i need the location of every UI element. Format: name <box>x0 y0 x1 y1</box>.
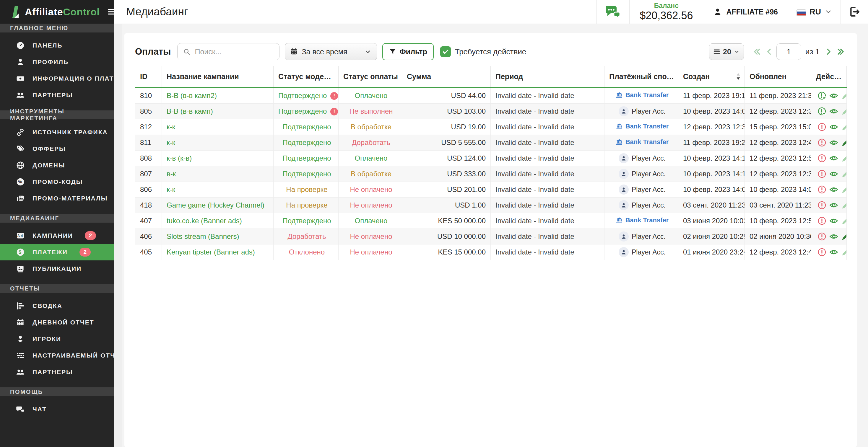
balance-widget[interactable]: Баланс $20,362.56 <box>629 0 703 24</box>
sidebar-item-percent[interactable]: %ПРОМО-КОДЫ <box>0 173 114 190</box>
view-icon[interactable] <box>829 123 838 131</box>
column-header-7[interactable]: Платёжный способ <box>604 66 678 88</box>
first-page-button[interactable] <box>752 46 762 57</box>
sidebar-item-calendar[interactable]: ДНЕВНОЙ ОТЧЕТ <box>0 314 114 331</box>
sidebar-item-ad[interactable]: AdКАМПАНИИ2 <box>0 227 114 244</box>
campaign-link[interactable]: к-к <box>167 138 175 147</box>
view-icon[interactable] <box>829 169 838 178</box>
sidebar-item-globe[interactable]: ДОМЕНЫ <box>0 157 114 173</box>
view-icon[interactable] <box>829 91 838 100</box>
sidebar-item-chat[interactable]: ЧАТ <box>0 401 114 417</box>
sidebar-item-gauge[interactable]: ПАНЕЛЬ <box>0 37 114 54</box>
status-alert-icon[interactable] <box>817 216 826 225</box>
column-header-4[interactable]: Статус оплаты <box>339 66 402 88</box>
sidebar-item-chart[interactable]: СВОДКА <box>0 297 114 314</box>
search-input[interactable] <box>194 47 274 56</box>
column-header-1[interactable]: ID <box>135 66 162 88</box>
campaign-link[interactable]: к-к <box>167 123 175 131</box>
campaign-link[interactable]: В-В (в-в камп) <box>167 107 213 115</box>
pages-total-label: из 1 <box>805 47 819 56</box>
period-select[interactable]: За все время <box>285 43 377 60</box>
sidebar-item-media[interactable]: ПРОМО-МАТЕРИАЛЫ <box>0 190 114 207</box>
sidebar-scrollbar[interactable] <box>114 24 122 447</box>
sidebar-item-tags[interactable]: ОФФЕРЫ <box>0 140 114 157</box>
view-icon[interactable] <box>829 185 838 194</box>
bank-transfer-link[interactable]: Bank Transfer <box>616 91 669 99</box>
page-number-input[interactable] <box>776 43 801 60</box>
campaign-link[interactable]: Game game (Hockey Channel) <box>167 201 265 209</box>
bank-transfer-link[interactable]: Bank Transfer <box>616 138 669 146</box>
sidebar-item-sliders[interactable]: НАСТРАИВАЕМЫЙ ОТЧЕТ <box>0 347 114 364</box>
chat-button[interactable] <box>596 0 629 24</box>
status-alert-icon[interactable] <box>817 232 826 241</box>
edit-pencil-icon[interactable] <box>841 91 847 100</box>
edit-pencil-icon[interactable] <box>841 201 847 210</box>
column-header-5[interactable]: Сумма <box>402 66 491 88</box>
player-avatar-icon <box>619 247 629 257</box>
bank-transfer-link[interactable]: Bank Transfer <box>616 216 669 224</box>
action-required-filter[interactable]: Требуется действие <box>440 46 526 57</box>
bank-transfer-link[interactable]: Bank Transfer <box>616 123 669 130</box>
status-alert-icon[interactable] <box>817 248 826 257</box>
edit-pencil-icon[interactable] <box>841 154 847 163</box>
edit-pencil-icon[interactable] <box>841 185 847 194</box>
view-icon[interactable] <box>829 154 838 163</box>
campaign-link[interactable]: Kenyan tipster (Banner ads) <box>167 248 255 256</box>
view-icon[interactable] <box>829 216 838 225</box>
brand-logo[interactable]: AffiliateControl <box>0 0 100 24</box>
status-alert-icon[interactable] <box>817 201 826 210</box>
campaign-link[interactable]: tuko.co.ke (Banner ads) <box>167 217 242 225</box>
sidebar-item-user[interactable]: ПРОФИЛЬ <box>0 54 114 70</box>
sidebar-item-banknote[interactable]: ИНФОРМАЦИЯ О ПЛАТЕЖАХ <box>0 70 114 87</box>
sidebar-item-users[interactable]: ПАРТНЕРЫ <box>0 364 114 380</box>
column-header-3[interactable]: Статус модерац... <box>274 66 339 88</box>
campaign-link[interactable]: к-в (к-в) <box>167 154 192 162</box>
filter-button[interactable]: Фильтр <box>382 43 433 60</box>
sidebar-item-dollar[interactable]: $ПЛАТЕЖИ2 <box>0 244 114 260</box>
status-alert-icon[interactable] <box>817 123 826 131</box>
moderation-alert-badge[interactable]: ! <box>330 92 338 100</box>
view-icon[interactable] <box>829 232 838 241</box>
edit-pencil-icon[interactable] <box>841 138 847 147</box>
campaign-link[interactable]: В-В (в-в камп2) <box>167 92 217 99</box>
column-header-2[interactable]: Название кампании <box>162 66 274 88</box>
prev-page-button[interactable] <box>764 46 774 57</box>
edit-pencil-icon[interactable] <box>841 232 847 241</box>
edit-pencil-icon[interactable] <box>841 216 847 225</box>
account-menu[interactable]: AFFILIATE #96 <box>703 0 788 24</box>
column-header-6[interactable]: Период <box>491 66 604 88</box>
view-icon[interactable] <box>829 248 838 257</box>
language-selector[interactable]: RU <box>788 0 840 24</box>
logout-button[interactable] <box>840 0 868 24</box>
status-resolved-icon[interactable] <box>817 107 826 116</box>
sidebar-item-player[interactable]: ИГРОКИ <box>0 331 114 347</box>
edit-pencil-icon[interactable] <box>841 248 847 257</box>
column-header-10[interactable]: Действия <box>811 66 847 88</box>
view-icon[interactable] <box>829 138 838 147</box>
edit-pencil-icon[interactable] <box>841 107 847 116</box>
per-page-select[interactable]: 20 <box>709 43 744 60</box>
sidebar-toggle-button[interactable] <box>100 0 114 24</box>
sidebar-item-image[interactable]: ПУБЛИКАЦИИ <box>0 260 114 277</box>
edit-pencil-icon[interactable] <box>841 123 847 131</box>
moderation-alert-badge[interactable]: ! <box>330 108 338 116</box>
sort-icon[interactable] <box>736 73 740 80</box>
next-page-button[interactable] <box>824 46 834 57</box>
view-icon[interactable] <box>829 107 838 116</box>
campaign-link[interactable]: в-к <box>167 170 176 178</box>
campaign-link[interactable]: Slots stream (Banners) <box>167 232 239 240</box>
checkbox-checked-icon[interactable] <box>440 46 451 57</box>
column-header-9[interactable]: Обновлен <box>745 66 811 88</box>
last-page-button[interactable] <box>836 46 846 57</box>
sidebar-item-link[interactable]: ИСТОЧНИК ТРАФИКА <box>0 124 114 140</box>
status-alert-icon[interactable] <box>817 169 826 178</box>
status-alert-icon[interactable] <box>817 138 826 147</box>
status-alert-icon[interactable] <box>817 154 826 163</box>
view-icon[interactable] <box>829 201 838 210</box>
status-resolved-icon[interactable] <box>817 91 826 100</box>
sidebar-item-users[interactable]: ПАРТНЕРЫ <box>0 87 114 103</box>
status-alert-icon[interactable] <box>817 185 826 194</box>
edit-pencil-icon[interactable] <box>841 169 847 178</box>
campaign-link[interactable]: к-к <box>167 185 175 193</box>
column-header-8[interactable]: Создан <box>678 66 745 88</box>
